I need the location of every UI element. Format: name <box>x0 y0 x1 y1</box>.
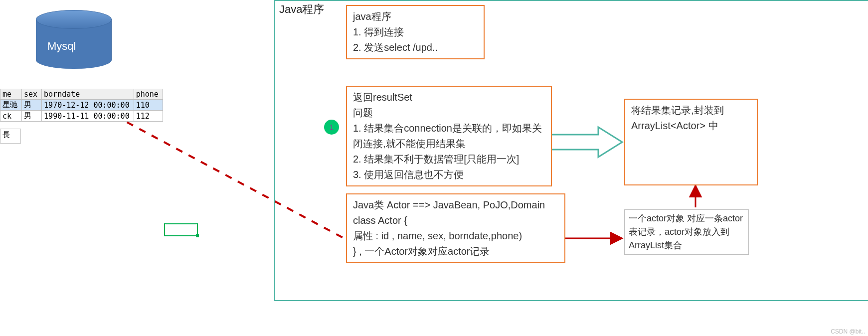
col-phone: phone <box>134 89 163 100</box>
box-mapping-note: 一个actor对象 对应一条actor表记录，actor对象放入到ArrayLi… <box>624 209 749 255</box>
cell-phone: 110 <box>134 100 163 111</box>
box4-l1: 将结果集记录,封装到 <box>631 103 751 118</box>
box-steps-l1: java程序 <box>353 9 478 24</box>
gbox-text: 一个actor对象 对应一条actor表记录，actor对象放入到ArrayLi… <box>629 213 743 250</box>
box-steps-l2: 1. 得到连接 <box>353 24 478 40</box>
java-program-label: Java程序 <box>279 2 324 17</box>
cell-borndate: 1990-11-11 00:00:00 <box>42 111 134 122</box>
box2-l1: 返回resultSet <box>353 90 545 105</box>
mysql-label: Mysql <box>47 40 76 53</box>
box-resultset-problems: 返回resultSet 问题 1. 结果集合connection是关联的，即如果… <box>346 86 552 186</box>
table-header-row: me sex borndate phone <box>0 89 163 100</box>
box2-l3: 1. 结果集合connection是关联的，即如果关闭连接,就不能使用结果集 <box>353 121 545 152</box>
table-row: 星驰 男 1970-12-12 00:00:00 110 <box>0 100 163 111</box>
watermark: CSDN @bit.. <box>831 328 865 335</box>
box3-l4: } , 一个Actor对象对应actor记录 <box>353 244 558 259</box>
box2-l2: 问题 <box>353 105 545 121</box>
mysql-cylinder-top <box>36 10 112 29</box>
col-borndate: borndate <box>42 89 134 100</box>
truncated-box-text: 長 <box>2 130 10 139</box>
cell-sex: 男 <box>22 111 42 122</box>
box3-l3: 属性 : id , name, sex, borndate,phone) <box>353 228 558 244</box>
selection-handle-rect <box>164 223 198 236</box>
cell-name: 星驰 <box>0 100 22 111</box>
step-marker-1: 1 <box>324 120 339 135</box>
box-steps: java程序 1. 得到连接 2. 发送select /upd.. <box>346 5 485 59</box>
col-sex: sex <box>22 89 42 100</box>
table-row: ck 男 1990-11-11 00:00:00 112 <box>0 111 163 122</box>
box4-l2: ArrayList<Actor> 中 <box>631 118 751 134</box>
cell-sex: 男 <box>22 100 42 111</box>
truncated-box: 長 <box>0 129 21 144</box>
cell-name: ck <box>0 111 22 122</box>
cell-phone: 112 <box>134 111 163 122</box>
box3-l2: class Actor { <box>353 213 558 228</box>
box-steps-l3: 2. 发送select /upd.. <box>353 40 478 55</box>
box-arraylist: 将结果集记录,封装到 ArrayList<Actor> 中 <box>624 99 758 185</box>
box3-l1: Java类 Actor ==> JavaBean, PoJO,Domain <box>353 197 558 213</box>
col-name: me <box>0 89 22 100</box>
actor-table: me sex borndate phone 星驰 男 1970-12-12 00… <box>0 89 163 122</box>
box2-l4: 2. 结果集不利于数据管理[只能用一次] <box>353 152 545 167</box>
cell-borndate: 1970-12-12 00:00:00 <box>42 100 134 111</box>
box-actor-class: Java类 Actor ==> JavaBean, PoJO,Domain cl… <box>346 193 565 263</box>
box2-l5: 3. 使用返回信息也不方便 <box>353 167 545 182</box>
